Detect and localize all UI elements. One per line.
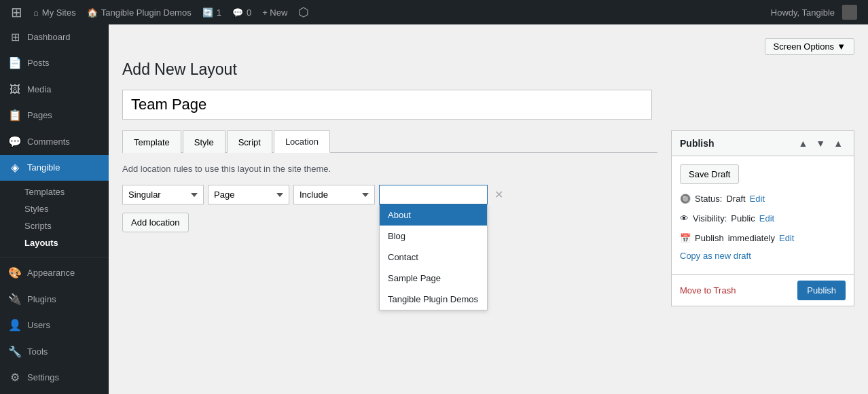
sidebar-item-layouts[interactable]: Layouts bbox=[0, 234, 109, 251]
remove-location-button[interactable]: ✕ bbox=[492, 187, 506, 203]
sidebar-label-appearance: Appearance bbox=[27, 267, 75, 279]
move-to-trash-link[interactable]: Move to Trash bbox=[680, 285, 736, 296]
sidebar-item-appearance[interactable]: 🎨 Appearance bbox=[0, 260, 109, 286]
tab-script[interactable]: Script bbox=[227, 130, 272, 153]
users-icon: 👤 bbox=[8, 318, 22, 333]
user-greeting[interactable]: Howdy, Tangible bbox=[765, 0, 863, 24]
location-description: Add location rules to use this layout in… bbox=[122, 164, 657, 174]
wp-logo-icon[interactable]: ⊞ bbox=[5, 4, 28, 20]
home-icon: 🏠 bbox=[87, 7, 98, 18]
publish-panel: Publish ▲ ▼ ▲ Save Draft 🔘 Status: Draft… bbox=[671, 130, 854, 306]
my-sites-menu[interactable]: ⌂ My Sites bbox=[28, 0, 82, 24]
settings-icon: ⚙ bbox=[8, 370, 22, 385]
sidebar-item-templates[interactable]: Templates bbox=[0, 183, 109, 200]
publish-time-meta: 📅 Publish immediately Edit bbox=[680, 232, 846, 246]
sidebar-label-plugins: Plugins bbox=[27, 293, 56, 306]
my-sites-icon: ⌂ bbox=[33, 7, 39, 18]
sidebar-item-posts[interactable]: 📄 Posts bbox=[0, 50, 109, 76]
tools-icon: 🔧 bbox=[8, 344, 22, 359]
status-label: Status: bbox=[695, 192, 722, 207]
visibility-edit-link[interactable]: Edit bbox=[759, 212, 774, 226]
comments-menu[interactable]: 💬 0 bbox=[227, 0, 257, 24]
publish-panel-header: Publish ▲ ▼ ▲ bbox=[672, 131, 854, 156]
status-edit-link[interactable]: Edit bbox=[750, 192, 765, 207]
include-exclude-select[interactable]: Include Exclude bbox=[293, 185, 375, 204]
publish-time-icon: 📅 bbox=[680, 232, 691, 246]
updates-count: 1 bbox=[217, 7, 221, 18]
media-icon: 🖼 bbox=[8, 82, 22, 97]
sidebar-label-settings: Settings bbox=[27, 372, 59, 384]
sidebar-label-pages: Pages bbox=[27, 109, 52, 122]
appearance-icon: 🎨 bbox=[8, 266, 22, 281]
tab-location[interactable]: Location bbox=[274, 130, 330, 153]
dropdown-item-contact[interactable]: Contact bbox=[380, 247, 487, 268]
new-menu[interactable]: + New bbox=[257, 0, 293, 24]
screen-options-chevron: ▼ bbox=[837, 41, 846, 52]
sidebar-item-settings[interactable]: ⚙ Settings bbox=[0, 365, 109, 391]
publish-panel-body: Save Draft 🔘 Status: Draft Edit 👁 Visibi… bbox=[672, 156, 854, 274]
tab-template[interactable]: Template bbox=[122, 130, 181, 153]
posts-icon: 📄 bbox=[8, 56, 22, 71]
user-avatar bbox=[842, 5, 857, 20]
layout-title-input[interactable] bbox=[122, 90, 652, 120]
sidebar-item-tangible[interactable]: ◈ Tangible bbox=[0, 155, 109, 181]
sidebar-item-comments[interactable]: 💬 Comments bbox=[0, 129, 109, 155]
howdy-label: Howdy, Tangible bbox=[771, 7, 835, 18]
admin-bar: ⊞ ⌂ My Sites 🏠 Tangible Plugin Demos 🔄 1… bbox=[0, 0, 868, 24]
sidebar-item-dashboard[interactable]: ⊞ Dashboard bbox=[0, 24, 109, 50]
new-label: + New bbox=[262, 7, 287, 18]
my-sites-label: My Sites bbox=[42, 7, 76, 18]
comments-count: 0 bbox=[247, 7, 251, 18]
status-icon: 🔘 bbox=[680, 192, 691, 207]
visibility-value: Public bbox=[731, 212, 755, 226]
updates-icon: 🔄 bbox=[202, 7, 213, 18]
sidebar-label-comments: Comments bbox=[27, 136, 70, 148]
sidebar-label-posts: Posts bbox=[27, 57, 50, 69]
sidebar-item-plugins[interactable]: 🔌 Plugins bbox=[0, 287, 109, 312]
dropdown-item-about[interactable]: About bbox=[380, 204, 487, 226]
sidebar: ⊞ Dashboard 📄 Posts 🖼 Media 📋 Pages 💬 Co… bbox=[0, 24, 109, 394]
sidebar-item-media[interactable]: 🖼 Media bbox=[0, 77, 109, 103]
main-content: Screen Options ▼ Add New Layout Template… bbox=[109, 24, 868, 394]
sidebar-label-users: Users bbox=[27, 319, 50, 332]
dashboard-icon: ⊞ bbox=[8, 30, 22, 45]
publish-panel-footer: Move to Trash Publish bbox=[672, 274, 854, 306]
publish-time-label: Publish bbox=[695, 232, 724, 246]
dropdown-item-blog[interactable]: Blog bbox=[380, 226, 487, 247]
sidebar-item-tools[interactable]: 🔧 Tools bbox=[0, 339, 109, 365]
singular-select[interactable]: Singular Archive All bbox=[122, 185, 204, 204]
sidebar-item-users[interactable]: 👤 Users bbox=[0, 312, 109, 338]
publish-button[interactable]: Publish bbox=[797, 281, 846, 300]
sidebar-label-media: Media bbox=[27, 84, 51, 96]
sidebar-item-styles[interactable]: Styles bbox=[0, 200, 109, 217]
site-name-menu[interactable]: 🏠 Tangible Plugin Demos bbox=[82, 0, 197, 24]
sidebar-label-tools: Tools bbox=[27, 346, 48, 358]
save-draft-button[interactable]: Save Draft bbox=[680, 164, 739, 184]
site-name-label: Tangible Plugin Demos bbox=[101, 7, 192, 18]
sidebar-item-pages[interactable]: 📋 Pages bbox=[0, 103, 109, 128]
screen-options-button[interactable]: Screen Options ▼ bbox=[765, 38, 854, 55]
tangible-hexagon-icon: ⬡ bbox=[298, 5, 309, 20]
editor-sidebar: Publish ▲ ▼ ▲ Save Draft 🔘 Status: Draft… bbox=[671, 130, 854, 306]
plugins-icon: 🔌 bbox=[8, 292, 22, 307]
page-type-select[interactable]: Page Post Custom bbox=[208, 185, 289, 204]
sidebar-label-dashboard: Dashboard bbox=[27, 31, 71, 43]
panel-collapse-down-button[interactable]: ▼ bbox=[813, 137, 828, 150]
panel-collapse-up-button[interactable]: ▲ bbox=[795, 137, 810, 150]
location-search-input[interactable] bbox=[379, 185, 488, 204]
pages-icon: 📋 bbox=[8, 108, 22, 123]
publish-time-edit-link[interactable]: Edit bbox=[779, 232, 794, 246]
sidebar-item-scripts[interactable]: Scripts bbox=[0, 217, 109, 234]
updates-menu[interactable]: 🔄 1 bbox=[197, 0, 227, 24]
status-meta: 🔘 Status: Draft Edit bbox=[680, 192, 846, 207]
dropdown-item-sample-page[interactable]: Sample Page bbox=[380, 268, 487, 289]
panel-close-button[interactable]: ▲ bbox=[831, 137, 846, 150]
tangible-icon-menu[interactable]: ⬡ bbox=[293, 0, 314, 24]
tab-style[interactable]: Style bbox=[183, 130, 225, 153]
location-dropdown: About Blog Contact Sample Page Tangible … bbox=[379, 204, 488, 310]
screen-options-bar: Screen Options ▼ bbox=[122, 38, 854, 55]
add-location-button[interactable]: Add location bbox=[122, 213, 189, 232]
copy-as-new-draft-link[interactable]: Copy as new draft bbox=[680, 251, 846, 261]
dropdown-item-tangible-plugin-demos[interactable]: Tangible Plugin Demos bbox=[380, 289, 487, 310]
visibility-icon: 👁 bbox=[680, 212, 689, 226]
